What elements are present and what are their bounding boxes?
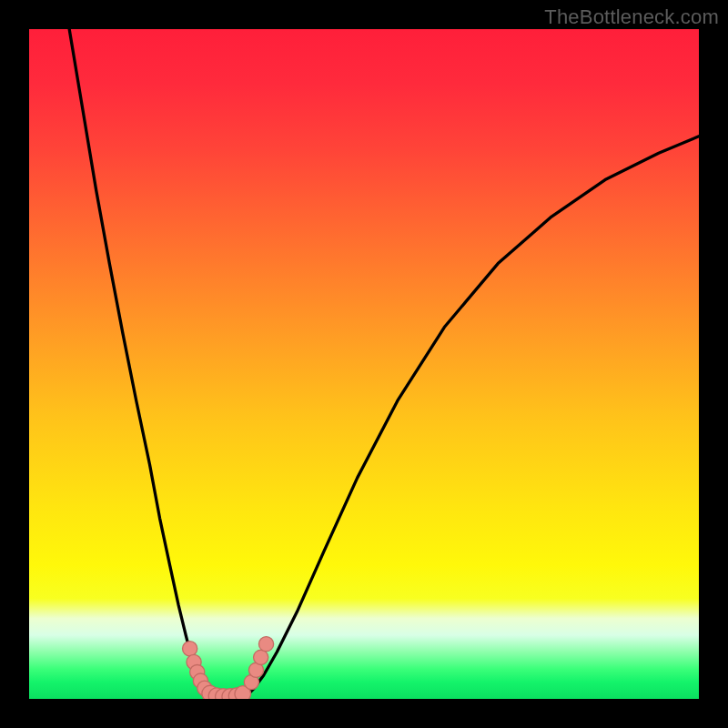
marker-group <box>183 637 274 699</box>
curve-right-branch <box>247 136 699 696</box>
curve-layer <box>29 29 699 699</box>
watermark-label: TheBottleneck.com <box>544 5 719 29</box>
data-marker <box>183 642 197 656</box>
data-marker <box>258 637 273 652</box>
plot-area <box>29 29 699 699</box>
curve-left-branch <box>69 29 207 695</box>
data-marker <box>254 650 268 664</box>
chart-stage: TheBottleneck.com <box>0 0 728 728</box>
